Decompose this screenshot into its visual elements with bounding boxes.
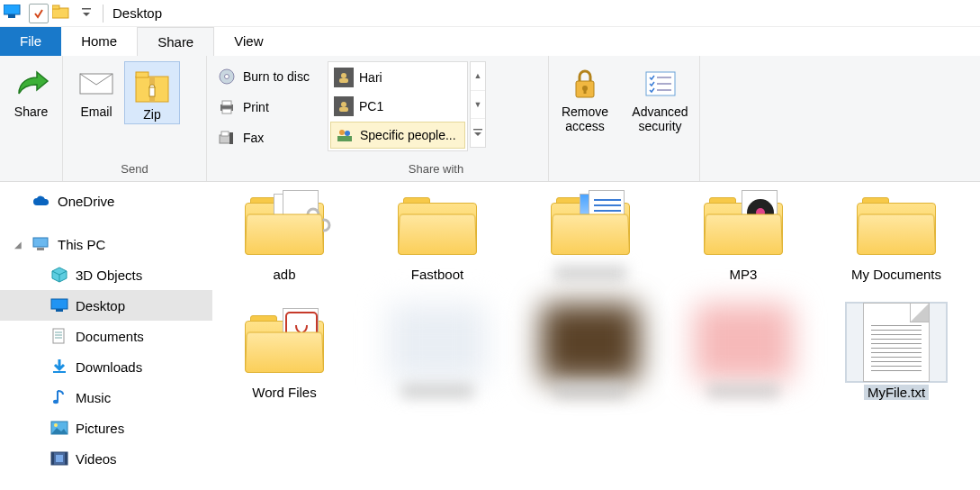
- svg-rect-25: [337, 136, 352, 141]
- folder-fastboot[interactable]: Fastboot: [374, 186, 500, 282]
- svg-rect-29: [584, 88, 587, 94]
- group-label-sharewith: Share with: [324, 159, 548, 181]
- tab-view[interactable]: View: [214, 27, 283, 56]
- qat-dropdown[interactable]: [79, 5, 94, 23]
- pc-icon: [32, 237, 50, 251]
- fax-button[interactable]: Fax: [212, 126, 269, 150]
- svg-rect-37: [56, 309, 63, 312]
- zip-folder-icon: [134, 68, 170, 105]
- svg-point-19: [341, 73, 346, 78]
- envelope-icon: [78, 65, 114, 103]
- tab-file[interactable]: File: [0, 27, 61, 56]
- svg-rect-38: [53, 329, 64, 343]
- share-arrow-icon: [13, 65, 49, 103]
- scroll-up[interactable]: ▲: [471, 62, 485, 91]
- folder-icon[interactable]: [52, 5, 72, 23]
- file-myfile-txt[interactable]: MyFile.txt: [833, 304, 959, 400]
- remove-access-button[interactable]: Remove access: [554, 61, 616, 137]
- folder-word-files[interactable]: PDF Word Files: [221, 304, 347, 400]
- folder-blurred-1[interactable]: [527, 186, 653, 282]
- svg-rect-3: [52, 5, 59, 9]
- ribbon-group-security: Advanced security: [621, 56, 700, 181]
- nav-desktop[interactable]: Desktop: [0, 290, 212, 321]
- nav-downloads[interactable]: Downloads: [0, 351, 212, 382]
- ribbon-tabs: File Home Share View: [0, 27, 980, 56]
- print-button[interactable]: Print: [212, 95, 274, 119]
- svg-point-23: [339, 130, 345, 135]
- nav-pictures[interactable]: Pictures: [0, 413, 212, 443]
- folder-mp3[interactable]: MP3: [680, 186, 806, 282]
- navigation-pane: OneDrive ◢ This PC 3D Objects Desktop Do…: [0, 182, 212, 490]
- cloud-icon: [32, 195, 50, 207]
- ribbon-group-burn: Burn to disc Print Fax: [207, 56, 324, 181]
- file-list: adb Fastboot MP3 My: [212, 182, 980, 490]
- nav-onedrive[interactable]: OneDrive: [0, 186, 212, 216]
- svg-rect-4: [82, 8, 91, 10]
- svg-point-24: [345, 131, 350, 136]
- user-icon: [334, 96, 354, 116]
- music-note-icon: [50, 389, 68, 405]
- nav-videos[interactable]: Videos: [0, 443, 212, 474]
- document-icon: [50, 328, 68, 344]
- svg-point-43: [53, 400, 58, 404]
- item-blurred-3[interactable]: [527, 304, 653, 400]
- ribbon-group-sharewith: Hari PC1 Specific people... ▲ ▼ Share wi…: [324, 56, 549, 181]
- svg-rect-48: [65, 452, 67, 465]
- title-bar: Desktop: [0, 0, 980, 27]
- burn-button[interactable]: Burn to disc: [212, 65, 315, 88]
- ribbon-group-access: Remove access: [549, 56, 621, 181]
- svg-rect-35: [37, 248, 44, 250]
- item-blurred-2[interactable]: [374, 304, 500, 400]
- zip-button[interactable]: Zip: [124, 61, 180, 124]
- nav-3d-objects[interactable]: 3D Objects: [0, 259, 212, 290]
- nav-documents[interactable]: Documents: [0, 321, 212, 351]
- share-with-list: Hari PC1 Specific people...: [328, 61, 468, 151]
- cube-icon: [50, 267, 68, 283]
- svg-rect-47: [51, 452, 54, 465]
- picture-icon: [50, 421, 68, 435]
- ribbon-group-share: Share: [0, 56, 63, 181]
- film-icon: [50, 451, 68, 466]
- qat-properties-button[interactable]: [29, 4, 49, 23]
- svg-rect-26: [473, 129, 482, 130]
- app-icon[interactable]: [4, 5, 23, 23]
- ribbon: Share Email Zip Send Bu: [0, 56, 980, 182]
- desktop-icon: [50, 298, 68, 313]
- svg-rect-14: [222, 101, 231, 105]
- group-label-send: Send: [63, 159, 206, 181]
- svg-rect-7: [136, 72, 148, 77]
- tab-home[interactable]: Home: [61, 27, 137, 56]
- svg-rect-20: [339, 78, 348, 83]
- share-user-hari[interactable]: Hari: [330, 64, 465, 91]
- expand-icon[interactable]: ◢: [14, 240, 22, 250]
- scroll-more[interactable]: [471, 119, 485, 147]
- svg-rect-36: [51, 299, 67, 309]
- tab-share[interactable]: Share: [137, 27, 214, 56]
- share-specific-people[interactable]: Specific people...: [330, 122, 465, 149]
- svg-rect-1: [8, 14, 15, 18]
- nav-this-pc[interactable]: ◢ This PC: [0, 229, 212, 259]
- workspace: OneDrive ◢ This PC 3D Objects Desktop Do…: [0, 182, 980, 490]
- download-arrow-icon: [50, 358, 68, 375]
- svg-rect-15: [222, 109, 231, 113]
- folder-adb[interactable]: adb: [221, 186, 347, 282]
- share-list-scroll: ▲ ▼: [470, 61, 486, 148]
- svg-rect-22: [339, 107, 348, 112]
- share-button[interactable]: Share: [5, 61, 57, 122]
- item-blurred-4[interactable]: [680, 304, 806, 400]
- folder-my-documents[interactable]: My Documents: [833, 186, 959, 282]
- svg-point-45: [54, 423, 58, 427]
- title-separator: [103, 5, 103, 23]
- svg-point-21: [341, 102, 346, 107]
- share-user-pc1[interactable]: PC1: [330, 93, 465, 120]
- printer-icon: [218, 99, 236, 115]
- ribbon-group-send: Email Zip Send: [63, 56, 207, 181]
- svg-rect-2: [52, 8, 68, 18]
- svg-rect-34: [33, 238, 48, 247]
- email-button[interactable]: Email: [68, 61, 124, 122]
- svg-point-12: [225, 75, 229, 79]
- advanced-security-button[interactable]: Advanced security: [626, 61, 694, 137]
- nav-music[interactable]: Music: [0, 382, 212, 413]
- scroll-down[interactable]: ▼: [471, 91, 485, 120]
- window-title: Desktop: [112, 5, 162, 21]
